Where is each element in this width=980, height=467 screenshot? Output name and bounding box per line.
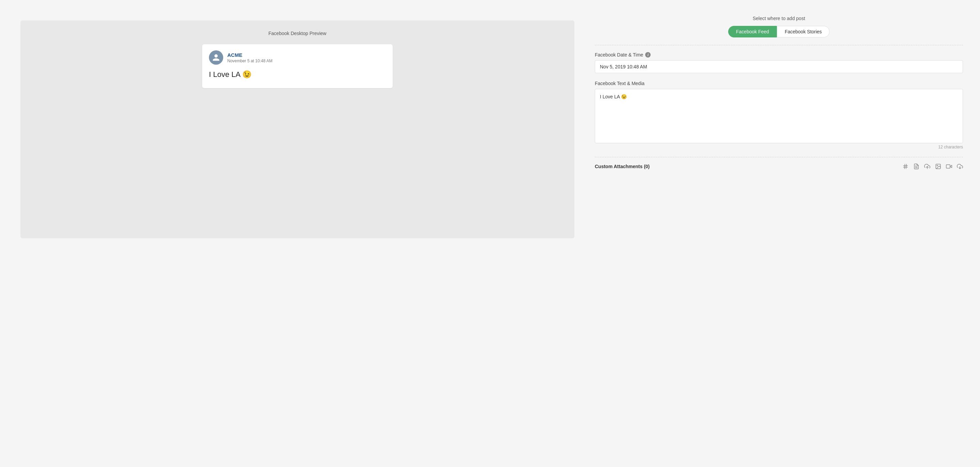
date-input[interactable]: Nov 5, 2019 10:48 AM [595,60,963,73]
custom-attachments-label: Custom Attachments (0) [595,164,649,169]
post-body: I Love LA 😉 [209,69,386,80]
date-label-text: Facebook Date & Time [595,52,643,57]
svg-marker-9 [950,165,952,168]
divider-1 [595,45,963,45]
facebook-stories-button[interactable]: Facebook Stories [777,26,830,37]
attachment-icons [902,163,963,169]
text-media-box[interactable]: I Love LA 😉 [595,89,963,143]
svg-line-3 [906,164,907,169]
upload-icon[interactable] [924,163,930,169]
char-count: 12 characters [595,145,963,150]
svg-line-2 [904,164,905,169]
post-author: ACME [227,52,272,58]
custom-attachments-row: Custom Attachments (0) [595,163,963,169]
user-icon [212,53,220,62]
right-panel: Select where to add post Facebook Feed F… [588,12,980,455]
text-media-label: Facebook Text & Media [595,81,963,86]
hashtag-icon[interactable] [902,163,908,169]
post-timestamp: November 5 at 10:48 AM [227,59,272,63]
download-icon[interactable] [957,163,963,169]
note-icon[interactable] [913,163,920,169]
post-meta: ACME November 5 at 10:48 AM [227,52,272,63]
svg-point-8 [937,165,937,166]
divider-2 [595,157,963,157]
toggle-button-group: Facebook Feed Facebook Stories [595,26,963,37]
select-where-label: Select where to add post [595,16,963,21]
avatar [209,50,223,65]
video-icon[interactable] [946,163,952,169]
preview-container: Facebook Desktop Preview ACME November 5… [21,21,574,238]
image-icon[interactable] [935,163,941,169]
info-icon[interactable]: i [645,52,651,57]
facebook-feed-button[interactable]: Facebook Feed [728,26,777,37]
preview-label: Facebook Desktop Preview [30,30,564,36]
left-panel: Facebook Desktop Preview ACME November 5… [0,12,588,455]
post-header: ACME November 5 at 10:48 AM [209,50,386,65]
facebook-post-card: ACME November 5 at 10:48 AM I Love LA 😉 [202,44,393,88]
text-media-content: I Love LA 😉 [600,93,958,100]
svg-rect-10 [946,165,950,169]
date-field-label: Facebook Date & Time i [595,52,963,57]
